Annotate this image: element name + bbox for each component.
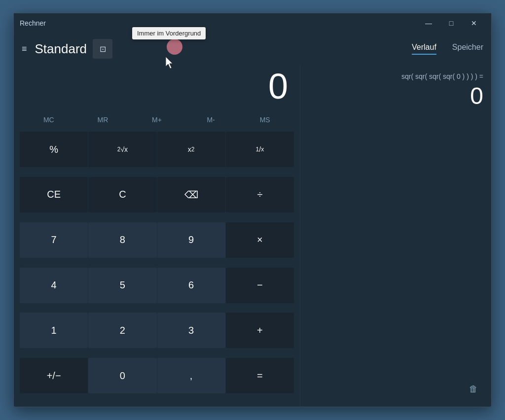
memory-ms-button[interactable]: MS [238,110,292,130]
btn-1[interactable]: 1 [20,313,88,348]
equals-button[interactable]: = [226,358,294,393]
multiply-button[interactable]: × [226,222,294,258]
memory-mr-button[interactable]: MR [76,110,130,130]
display-value: 0 [268,67,288,106]
backspace-button[interactable]: ⌫ [157,177,225,212]
title-bar-left: Rechner [20,19,46,27]
divide-button[interactable]: ÷ [226,177,294,212]
btn-5[interactable]: 5 [88,268,156,303]
hamburger-icon[interactable]: ≡ [22,44,27,54]
title-bar-controls: — □ ✕ [417,13,485,33]
reciprocal-button[interactable]: 1/x [226,132,294,167]
app-header: ≡ Standard ⊡ Verlauf Speicher [14,33,491,65]
sqrt-button[interactable]: 2√x [88,132,156,167]
calculator-area: 0 MC MR M+ M- MS % 2√x x2 1/x CE C ⌫ [14,65,300,407]
display: 0 [18,65,296,106]
trash-icon: 🗑 [469,384,478,394]
pin-circle-hover [167,39,182,55]
btn-2[interactable]: 2 [88,313,156,348]
app-title: Standard [35,41,87,57]
memory-mminus-button[interactable]: M- [184,110,238,130]
ce-button[interactable]: CE [20,177,88,212]
memory-mc-button[interactable]: MC [22,110,76,130]
history-bottom: 🗑 [308,375,483,403]
right-tabs: Verlauf Speicher [412,43,483,55]
percent-button[interactable]: % [20,132,88,167]
always-on-top-button[interactable]: ⊡ [93,39,112,59]
title-bar: Rechner — □ ✕ [14,13,491,33]
square-button[interactable]: x2 [157,132,225,167]
decimal-button[interactable]: , [157,358,225,393]
main-content: 0 MC MR M+ M- MS % 2√x x2 1/x CE C ⌫ [14,65,491,407]
clear-history-button[interactable]: 🗑 [464,379,483,399]
tab-memory[interactable]: Speicher [452,43,483,55]
tab-history[interactable]: Verlauf [412,43,436,55]
btn-8[interactable]: 8 [88,222,156,258]
btn-4[interactable]: 4 [20,268,88,303]
negate-button[interactable]: +/− [20,358,88,393]
minimize-button[interactable]: — [417,13,440,33]
button-grid: % 2√x x2 1/x CE C ⌫ ÷ 7 8 9 × 4 5 6 − [18,132,296,403]
btn-3[interactable]: 3 [157,313,225,348]
window-title: Rechner [20,19,46,27]
calculator-window: Rechner — □ ✕ Immer im Vordergrund ≡ Sta… [13,13,492,407]
history-content: sqr( sqr( sqr( sqr( 0 ) ) ) ) = 0 [308,69,483,375]
maximize-button[interactable]: □ [440,13,463,33]
history-panel: sqr( sqr( sqr( sqr( 0 ) ) ) ) = 0 🗑 [300,65,491,407]
history-result: 0 [470,82,483,109]
close-button[interactable]: ✕ [463,13,485,33]
always-on-top-icon: ⊡ [100,44,106,54]
btn-0[interactable]: 0 [88,358,156,393]
btn-7[interactable]: 7 [20,222,88,258]
memory-row: MC MR M+ M- MS [18,106,296,132]
clear-button[interactable]: C [88,177,156,212]
memory-mplus-button[interactable]: M+ [130,110,184,130]
add-button[interactable]: + [226,313,294,348]
history-expression: sqr( sqr( sqr( sqr( 0 ) ) ) ) = [401,72,483,80]
subtract-button[interactable]: − [226,268,294,303]
btn-9[interactable]: 9 [157,222,225,258]
btn-6[interactable]: 6 [157,268,225,303]
